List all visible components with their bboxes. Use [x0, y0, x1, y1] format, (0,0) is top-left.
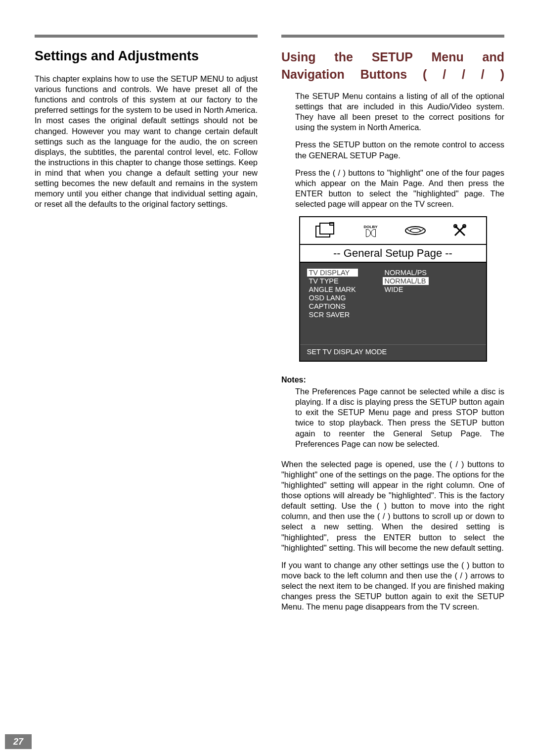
svg-line-5 [406, 229, 410, 232]
osd-right-column: NORMAL/PSNORMAL/LBWIDE [383, 269, 429, 340]
osd-body: TV DISPLAYTV TYPEANGLE MARKOSD LANGCAPTI… [300, 263, 486, 344]
osd-left-item: TV TYPE [307, 277, 358, 285]
page-number: 27 [5, 734, 32, 749]
section-rule [35, 35, 258, 38]
osd-title: -- General Setup Page -- [300, 244, 486, 263]
para-settings-intro: This chapter explains how to use the SET… [35, 74, 258, 209]
note-preferences-page: The Preferences Page cannot be selected … [295, 386, 504, 449]
osd-screenshot: DOLBY [299, 216, 487, 362]
osd-left-item: CAPTIONS [307, 302, 358, 310]
svg-point-4 [410, 229, 420, 233]
osd-left-item: ANGLE MARK [307, 285, 358, 293]
osd-right-item: WIDE [383, 285, 429, 293]
section-rule [281, 35, 504, 38]
heading-using-setup: Using the SETUP Menu and Navigation Butt… [281, 48, 504, 83]
para-opened-page: When the selected page is opened, use th… [281, 459, 504, 553]
osd-left-item: SCR SAVER [307, 311, 358, 319]
notes-heading: Notes: [281, 376, 504, 384]
tools-icon [453, 224, 467, 237]
osd-right-item: NORMAL/LB [383, 277, 429, 285]
para-highlight-pages: Press the ( / ) buttons to "highlight" o… [295, 168, 504, 209]
osd-right-item: NORMAL/PS [383, 269, 429, 277]
svg-point-3 [405, 227, 425, 235]
osd-tab-video [393, 226, 438, 236]
heading-settings: Settings and Adjustments [35, 48, 258, 64]
general-setup-icon [315, 222, 338, 239]
dolby-label: DOLBY [364, 225, 378, 229]
para-setup-listing: The SETUP Menu contains a listing of all… [295, 91, 504, 133]
osd-left-item: OSD LANG [307, 294, 358, 302]
osd-left-item: TV DISPLAY [307, 269, 358, 277]
para-change-other: If you want to change any other settings… [281, 560, 504, 613]
osd-tab-general [304, 222, 349, 239]
osd-tab-dolby: DOLBY [349, 225, 393, 237]
svg-line-6 [420, 229, 424, 232]
osd-footer: SET TV DISPLAY MODE [300, 344, 486, 361]
video-icon [404, 226, 426, 236]
dolby-icon: DOLBY [364, 225, 378, 237]
osd-tab-bar: DOLBY [300, 217, 486, 244]
para-press-setup: Press the SETUP button on the remote con… [295, 140, 504, 160]
osd-tab-preferences [438, 224, 482, 237]
osd-left-column: TV DISPLAYTV TYPEANGLE MARKOSD LANGCAPTI… [307, 269, 358, 340]
